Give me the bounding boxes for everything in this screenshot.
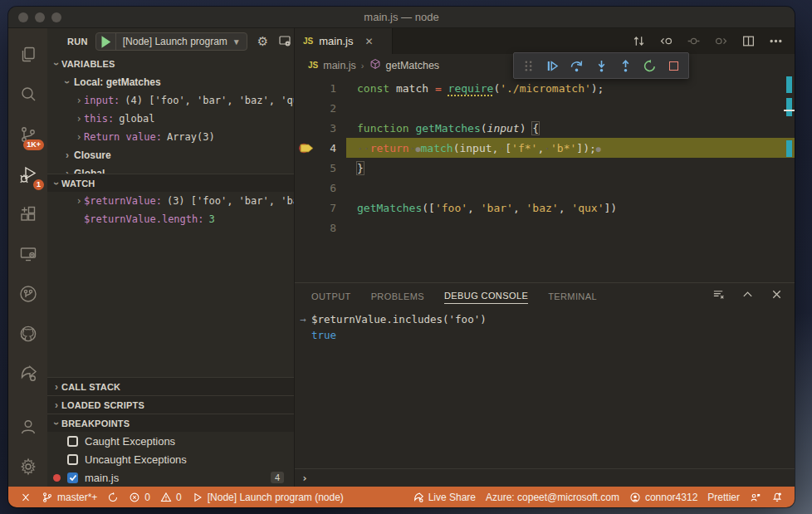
- watch-header[interactable]: ›WATCH: [47, 174, 294, 192]
- toolbar-grip-handle[interactable]: [518, 56, 538, 76]
- breadcrumb-file[interactable]: main.js: [323, 60, 356, 71]
- navigate-forward-icon[interactable]: [714, 34, 728, 48]
- activity-extensions-icon[interactable]: [8, 194, 47, 234]
- scope-label: Global: [74, 168, 105, 174]
- breakpoint-row[interactable]: Caught Exceptions: [47, 432, 294, 450]
- line-number[interactable]: 7: [295, 202, 336, 214]
- debug-settings-gear-icon[interactable]: ⚙: [257, 34, 268, 49]
- code-line[interactable]: 8: [295, 218, 795, 237]
- code-line[interactable]: 4··return·●match(input,·['f*',·'b*']);●: [295, 138, 795, 158]
- breakpoint-row[interactable]: main.js4: [47, 468, 294, 487]
- status-item-prettier[interactable]: Prettier: [702, 487, 745, 507]
- status-item-azure-copeet[interactable]: Azure: copeet@microsoft.com: [481, 487, 624, 507]
- restart-button[interactable]: [640, 56, 660, 76]
- breakpoint-row[interactable]: Uncaught Exceptions: [47, 450, 294, 468]
- watch-section: ›WATCH›$returnValue:(3) ['foo', 'bar', '…: [47, 174, 294, 228]
- tab-main-js[interactable]: JS main.js ✕: [295, 28, 393, 54]
- launch-config-dropdown[interactable]: [Node] Launch program ▼: [95, 32, 247, 51]
- status-item-play[interactable]: [Node] Launch program (node): [187, 487, 349, 507]
- activity-search-icon[interactable]: [8, 75, 47, 115]
- activity-pull-requests-icon[interactable]: [8, 274, 47, 314]
- activity-remote-explorer-icon[interactable]: [8, 234, 47, 274]
- line-number[interactable]: 5: [295, 162, 336, 174]
- activity-settings-icon[interactable]: [8, 447, 47, 487]
- call-stack-header[interactable]: ›CALL STACK: [47, 377, 294, 395]
- open-changes-icon[interactable]: [632, 34, 646, 48]
- code-line[interactable]: 7getMatches(['foo', 'bar', 'baz', 'qux']…: [295, 198, 795, 218]
- line-number[interactable]: 6: [295, 182, 336, 194]
- console-expression: $returnValue.includes('foo'): [311, 311, 487, 327]
- activity-run-debug-icon[interactable]: 1: [8, 154, 47, 194]
- breakpoints-header[interactable]: ›BREAKPOINTS: [47, 414, 294, 432]
- watch-row[interactable]: $returnValue.length:3: [47, 210, 294, 228]
- scope-label: Local: getMatches: [74, 76, 161, 88]
- clear-console-icon[interactable]: [712, 288, 725, 304]
- line-number[interactable]: 8: [295, 222, 336, 234]
- scope-closure[interactable]: ›Closure: [47, 146, 294, 164]
- line-number[interactable]: 2: [295, 102, 336, 115]
- activity-live-share-icon[interactable]: [8, 354, 47, 394]
- step-out-button[interactable]: [615, 56, 635, 76]
- scope-global[interactable]: ›Global: [47, 164, 294, 174]
- status-item-error[interactable]: 0: [124, 487, 155, 507]
- step-into-button[interactable]: [591, 56, 611, 76]
- code-line[interactable]: 6: [295, 178, 795, 198]
- remote-icon: [20, 492, 32, 503]
- code-line[interactable]: 5}: [295, 158, 795, 178]
- status-label: 0: [144, 492, 150, 503]
- checkbox-unchecked[interactable]: [67, 454, 78, 465]
- activity-explorer-icon[interactable]: [8, 35, 47, 75]
- more-actions-icon[interactable]: [769, 34, 783, 48]
- watch-row[interactable]: ›$returnValue:(3) ['foo', 'bar', 'baz']: [47, 192, 294, 210]
- line-number[interactable]: 3: [295, 122, 336, 135]
- error-icon: [129, 492, 140, 503]
- checkbox-unchecked[interactable]: [67, 436, 78, 447]
- start-debug-icon[interactable]: [96, 33, 116, 50]
- activity-source-control-icon[interactable]: 1K+: [8, 115, 47, 154]
- variables-header[interactable]: ›VARIABLES: [47, 55, 294, 73]
- maximize-window-button[interactable]: [51, 12, 61, 22]
- close-panel-icon[interactable]: [770, 288, 783, 304]
- split-editor-icon[interactable]: [741, 34, 756, 48]
- status-item-github[interactable]: connor4312: [624, 487, 702, 507]
- stop-button[interactable]: [664, 56, 684, 76]
- breakpoint-label: Caught Exceptions: [85, 435, 175, 448]
- panel-tab-output[interactable]: OUTPUT: [311, 288, 351, 304]
- loaded-scripts-header[interactable]: ›LOADED SCRIPTS: [47, 395, 294, 414]
- minimize-window-button[interactable]: [35, 12, 45, 22]
- maximize-panel-icon[interactable]: [741, 288, 754, 304]
- panel-tab-debug-console[interactable]: DEBUG CONSOLE: [444, 287, 528, 304]
- navigate-back-icon[interactable]: [659, 34, 673, 48]
- variable-row[interactable]: ›this:global: [47, 110, 294, 128]
- checkbox-checked[interactable]: [67, 472, 78, 483]
- panel-tab-terminal[interactable]: TERMINAL: [548, 288, 597, 304]
- continue-button[interactable]: [543, 56, 563, 76]
- breadcrumb-symbol[interactable]: getMatches: [386, 60, 440, 71]
- debug-console-output[interactable]: → $returnValue.includes('foo') true: [295, 308, 795, 468]
- status-item-remote[interactable]: [15, 487, 37, 507]
- scope-local[interactable]: ›Local: getMatches: [47, 73, 294, 91]
- status-item-bell[interactable]: [766, 487, 788, 507]
- code-line[interactable]: 3function getMatches(input) {: [295, 118, 795, 138]
- status-item-sync[interactable]: [102, 487, 124, 507]
- panel-tab-problems[interactable]: PROBLEMS: [371, 288, 424, 304]
- code-editor[interactable]: 1const match = require('./micromatch');2…: [295, 76, 795, 282]
- code-line[interactable]: 2: [295, 98, 795, 118]
- line-number[interactable]: 1: [295, 82, 336, 95]
- activity-accounts-icon[interactable]: [8, 407, 47, 447]
- status-item-feedback[interactable]: [745, 487, 766, 507]
- code-line[interactable]: 1const match = require('./micromatch');: [295, 78, 795, 98]
- activity-github-icon[interactable]: [8, 314, 47, 354]
- status-item-warning[interactable]: 0: [155, 487, 187, 507]
- branch-icon: [42, 492, 53, 503]
- variable-row[interactable]: ›Return value:Array(3): [47, 128, 294, 146]
- variable-row[interactable]: ›input:(4) ['foo', 'bar', 'baz', 'qux']: [47, 91, 294, 110]
- status-item-liveshare[interactable]: Live Share: [408, 487, 481, 507]
- open-debug-console-icon[interactable]: [278, 34, 291, 50]
- tab-close-icon[interactable]: ✕: [364, 36, 373, 47]
- status-item-branch[interactable]: master*+: [37, 487, 102, 507]
- debug-console-input[interactable]: ›: [295, 468, 795, 487]
- navigate-current-icon[interactable]: [687, 34, 701, 48]
- step-over-button[interactable]: [567, 56, 587, 76]
- close-window-button[interactable]: [18, 12, 28, 22]
